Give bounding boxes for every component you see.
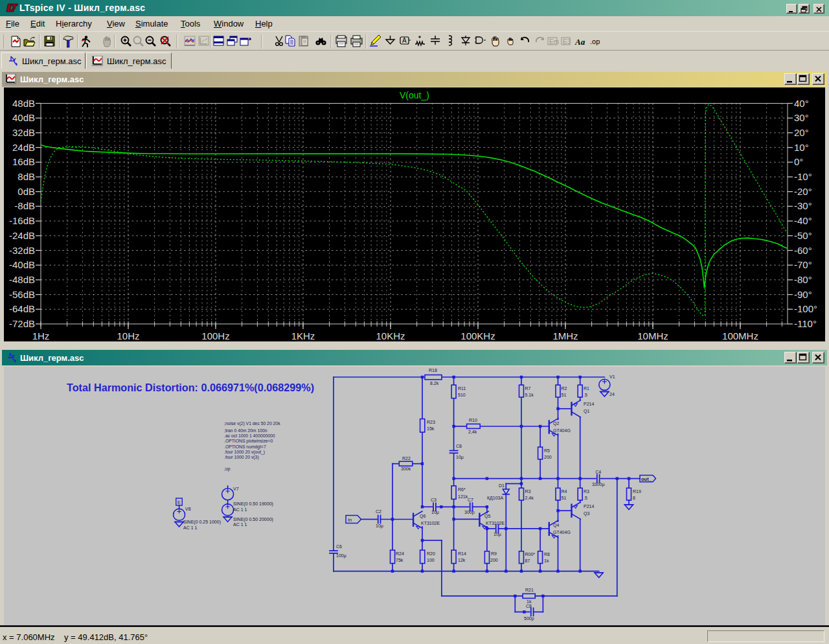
svg-text:10µ: 10µ: [376, 523, 383, 529]
svg-text:-40dB: -40dB: [9, 259, 35, 270]
svg-text:-40°: -40°: [794, 215, 812, 226]
svg-text:40°: 40°: [794, 98, 809, 109]
svg-text:P214: P214: [584, 402, 594, 406]
svg-text:300k: 300k: [401, 466, 411, 471]
svg-text:8dB: 8dB: [17, 171, 35, 182]
svg-text:.OPTIONS numdgt=7: .OPTIONS numdgt=7: [224, 444, 266, 450]
svg-text:Q3: Q3: [584, 511, 589, 516]
svg-text:SINE(0 0.25 1000): SINE(0 0.25 1000): [183, 520, 221, 525]
svg-text:-16dB: -16dB: [9, 215, 35, 226]
svg-text:.four 1000 20 v(out_): .four 1000 20 v(out_): [224, 450, 265, 455]
svg-text:-50°: -50°: [794, 230, 812, 241]
svg-text:C6: C6: [336, 544, 342, 549]
svg-text:-60°: -60°: [794, 245, 812, 256]
svg-text:121k: 121k: [458, 494, 468, 499]
svg-text:51: 51: [562, 496, 567, 500]
svg-text:R9: R9: [491, 551, 497, 556]
svg-text:-72dB: -72dB: [9, 318, 35, 329]
svg-text:KT3102Е: KT3102Е: [421, 521, 440, 525]
svg-text:-48dB: -48dB: [9, 274, 35, 285]
svg-text:E3: E3: [563, 38, 571, 45]
svg-text:V1: V1: [609, 374, 615, 379]
svg-text:AC 1 1: AC 1 1: [233, 507, 247, 512]
svg-text:12k: 12k: [458, 558, 466, 562]
svg-text:C3: C3: [431, 498, 437, 502]
svg-text:R2: R2: [562, 386, 567, 391]
svg-text:10MHz: 10MHz: [637, 330, 668, 341]
svg-text:D1: D1: [499, 483, 505, 488]
svg-text:R14: R14: [458, 551, 466, 556]
svg-text:-70°: -70°: [794, 259, 812, 270]
svg-text:Q6: Q6: [420, 514, 426, 519]
svg-text:1k: 1k: [544, 558, 549, 563]
svg-text:GT404G: GT404G: [553, 530, 571, 535]
svg-text:R5: R5: [544, 448, 550, 453]
svg-text:R00*: R00*: [525, 552, 536, 557]
svg-text:-90°: -90°: [794, 289, 812, 300]
svg-text:;tran 0 40m 20m 100n: ;tran 0 40m 20m 100n: [224, 428, 267, 433]
svg-text:R24: R24: [396, 551, 404, 556]
svg-text:-32dB: -32dB: [9, 245, 35, 256]
svg-text:10Hz: 10Hz: [117, 330, 139, 341]
svg-text:.four 1000 20 v(3): .four 1000 20 v(3): [224, 455, 259, 460]
svg-text:0°: 0°: [794, 156, 803, 167]
svg-text:-56dB: -56dB: [9, 289, 35, 300]
svg-text:20°: 20°: [794, 127, 809, 138]
svg-text:-80°: -80°: [794, 274, 812, 285]
svg-text:R19: R19: [633, 489, 641, 494]
svg-text:100MHz: 100MHz: [722, 330, 758, 341]
svg-text:-10°: -10°: [794, 171, 812, 182]
svg-text:-24dB: -24dB: [9, 230, 35, 241]
svg-text:КД103А: КД103А: [487, 496, 503, 501]
svg-text:200: 200: [490, 558, 498, 562]
svg-text:100Hz: 100Hz: [201, 330, 229, 341]
svg-text:Q1: Q1: [584, 409, 589, 414]
svg-text:8: 8: [633, 496, 635, 500]
svg-text:R3: R3: [525, 489, 531, 494]
svg-text:100: 100: [427, 558, 435, 562]
svg-text:out_: out_: [641, 476, 652, 482]
svg-text:510: 510: [458, 393, 466, 397]
svg-text:KT3102Е: KT3102Е: [486, 521, 505, 525]
svg-text:-20°: -20°: [794, 186, 812, 197]
svg-text:GT404G: GT404G: [553, 428, 571, 433]
svg-text:500p: 500p: [524, 616, 534, 621]
svg-text:In: In: [348, 517, 352, 523]
svg-text:R22: R22: [402, 456, 411, 461]
svg-text:R4: R4: [562, 489, 567, 494]
svg-text:16dB: 16dB: [12, 156, 35, 167]
svg-text:R18: R18: [429, 368, 437, 373]
svg-text:30°: 30°: [794, 112, 809, 123]
svg-text:R7: R7: [525, 386, 531, 391]
svg-text:.OPTIONS plotwinsize=0: .OPTIONS plotwinsize=0: [224, 439, 273, 444]
svg-text:0dB: 0dB: [17, 186, 35, 197]
svg-text:300p: 300p: [464, 510, 475, 515]
svg-text:1KHz: 1KHz: [291, 330, 315, 341]
svg-text:24dB: 24dB: [12, 142, 35, 153]
svg-text:5.1k: 5.1k: [525, 393, 534, 397]
svg-text:R10: R10: [469, 418, 477, 422]
svg-text:R21: R21: [525, 588, 534, 592]
svg-text:Q4: Q4: [553, 523, 559, 528]
svg-text:C7: C7: [468, 498, 473, 502]
svg-text:87: 87: [525, 558, 530, 563]
svg-text:-64dB: -64dB: [9, 303, 35, 314]
svg-text:;noise v(2) V1 dec 50 20 20k: ;noise v(2) V1 dec 50 20 20k: [224, 421, 280, 426]
svg-text:A: A: [402, 37, 407, 44]
svg-text:AC 1 1: AC 1 1: [183, 525, 198, 530]
svg-text:1MHz: 1MHz: [552, 330, 578, 341]
svg-text:.5: .5: [584, 496, 587, 500]
svg-text:40dB: 40dB: [12, 112, 35, 123]
svg-text:.op: .op: [590, 38, 600, 45]
svg-text:R23: R23: [427, 420, 435, 424]
svg-text:-30°: -30°: [794, 200, 812, 211]
svg-text:SINE(0 0.50 19000): SINE(0 0.50 19000): [233, 501, 273, 507]
svg-text:C8: C8: [526, 604, 532, 608]
svg-text:Q5: Q5: [484, 514, 490, 519]
svg-text:8.2k: 8.2k: [430, 381, 439, 385]
svg-text:R11: R11: [458, 386, 466, 391]
svg-text:3300µ: 3300µ: [592, 482, 605, 487]
svg-text:R3: R3: [584, 489, 589, 494]
svg-text:Total Harmonic Distortion: 0.0: Total Harmonic Distortion: 0.066971%(0.0…: [67, 382, 314, 393]
svg-text:200: 200: [544, 455, 552, 459]
